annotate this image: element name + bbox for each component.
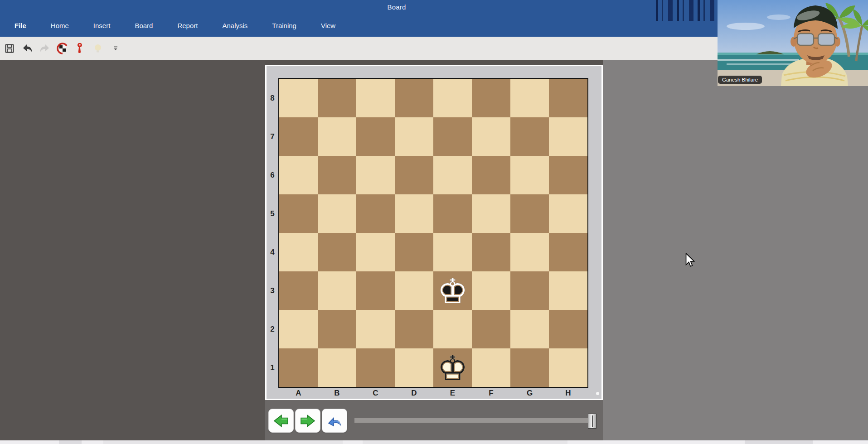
square-g6[interactable] [510, 156, 549, 194]
square-a4[interactable] [279, 233, 318, 271]
square-f4[interactable] [472, 233, 510, 271]
square-b6[interactable] [318, 156, 356, 194]
square-e6[interactable] [433, 156, 472, 194]
square-d3[interactable] [395, 271, 433, 310]
rank-label-8: 8 [267, 79, 278, 117]
square-c5[interactable] [356, 194, 395, 233]
square-g5[interactable] [510, 194, 549, 233]
hint-lightbulb-icon[interactable] [92, 42, 104, 55]
frame-corner-dot [596, 392, 599, 395]
redo-icon[interactable] [39, 42, 51, 55]
square-h4[interactable] [549, 233, 587, 271]
webcam-scene [718, 0, 868, 86]
menu-item-training[interactable]: Training [272, 22, 296, 29]
square-b4[interactable] [318, 233, 356, 271]
square-h8[interactable] [549, 79, 587, 117]
menu-bar: FileHomeInsertBoardReportAnalysisTrainin… [0, 15, 335, 35]
blue-undo-arrow-icon [326, 413, 343, 429]
window-title: Board [363, 3, 431, 11]
square-h2[interactable] [549, 310, 587, 348]
menu-item-file[interactable]: File [15, 22, 26, 29]
square-d6[interactable] [395, 156, 433, 194]
square-h3[interactable] [549, 271, 587, 310]
square-d5[interactable] [395, 194, 433, 233]
square-h6[interactable] [549, 156, 587, 194]
file-label-e: E [433, 388, 472, 399]
toolbar-overflow-icon[interactable] [109, 42, 122, 55]
square-g3[interactable] [510, 271, 549, 310]
file-label-b: B [318, 388, 356, 399]
next-move-button[interactable] [295, 409, 320, 433]
white-king-piece[interactable]: ♚♔ [433, 348, 472, 387]
previous-move-button[interactable] [268, 409, 294, 433]
square-a5[interactable] [279, 194, 318, 233]
square-a1[interactable] [279, 348, 318, 387]
rank-labels: 87654321 [267, 79, 278, 387]
square-g1[interactable] [510, 348, 549, 387]
square-a8[interactable] [279, 79, 318, 117]
ribbon-stripe-decoration [656, 0, 718, 21]
square-g7[interactable] [510, 117, 549, 156]
square-c7[interactable] [356, 117, 395, 156]
square-e4[interactable] [433, 233, 472, 271]
square-a2[interactable] [279, 310, 318, 348]
square-c1[interactable] [356, 348, 395, 387]
surf [727, 63, 795, 65]
square-d2[interactable] [395, 310, 433, 348]
square-e7[interactable] [433, 117, 472, 156]
square-h1[interactable] [549, 348, 587, 387]
square-h5[interactable] [549, 194, 587, 233]
square-c6[interactable] [356, 156, 395, 194]
menu-item-insert[interactable]: Insert [93, 22, 111, 29]
square-f2[interactable] [472, 310, 510, 348]
game-progress-slider-thumb[interactable] [588, 414, 596, 429]
square-b3[interactable] [318, 271, 356, 310]
square-d7[interactable] [395, 117, 433, 156]
square-f6[interactable] [472, 156, 510, 194]
square-c2[interactable] [356, 310, 395, 348]
square-g4[interactable] [510, 233, 549, 271]
square-h7[interactable] [549, 117, 587, 156]
black-king-piece[interactable]: ♚♔ [433, 271, 472, 310]
menu-item-report[interactable]: Report [177, 22, 198, 29]
chess-board[interactable]: ♚♔♚♔ [278, 78, 588, 388]
square-c8[interactable] [356, 79, 395, 117]
menu-item-view[interactable]: View [321, 22, 335, 29]
square-a3[interactable] [279, 271, 318, 310]
square-c4[interactable] [356, 233, 395, 271]
square-e8[interactable] [433, 79, 472, 117]
file-label-f: F [472, 388, 510, 399]
square-d8[interactable] [395, 79, 433, 117]
square-b1[interactable] [318, 348, 356, 387]
square-b8[interactable] [318, 79, 356, 117]
menu-item-analysis[interactable]: Analysis [222, 22, 247, 29]
square-g8[interactable] [510, 79, 549, 117]
menu-item-board[interactable]: Board [135, 22, 153, 29]
setup-board-icon[interactable] [56, 42, 69, 55]
takeback-button[interactable] [322, 409, 347, 433]
square-e2[interactable] [433, 310, 472, 348]
menu-item-home[interactable]: Home [51, 22, 69, 29]
game-progress-slider-track[interactable] [354, 418, 596, 423]
square-f8[interactable] [472, 79, 510, 117]
save-icon[interactable] [3, 42, 16, 55]
square-b2[interactable] [318, 310, 356, 348]
square-f1[interactable] [472, 348, 510, 387]
square-b5[interactable] [318, 194, 356, 233]
square-f7[interactable] [472, 117, 510, 156]
square-d1[interactable] [395, 348, 433, 387]
square-f3[interactable] [472, 271, 510, 310]
square-b7[interactable] [318, 117, 356, 156]
square-e5[interactable] [433, 194, 472, 233]
square-g2[interactable] [510, 310, 549, 348]
square-c3[interactable] [356, 271, 395, 310]
square-a6[interactable] [279, 156, 318, 194]
webcam-video: Ganesh Bhilare [718, 0, 868, 86]
square-d4[interactable] [395, 233, 433, 271]
undo-icon[interactable] [21, 42, 34, 55]
cloud [727, 23, 765, 30]
tools-wrench-icon[interactable] [74, 42, 87, 55]
board-frame: 87654321 ♚♔♚♔ ABCDEFGH [267, 66, 601, 399]
square-a7[interactable] [279, 117, 318, 156]
square-f5[interactable] [472, 194, 510, 233]
